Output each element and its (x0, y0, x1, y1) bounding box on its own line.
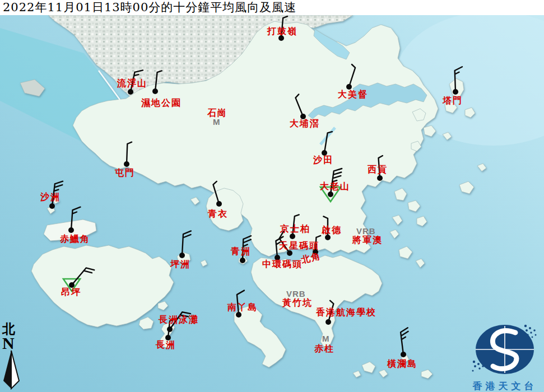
north-label-n: N (2, 335, 21, 351)
wind-barb-icon (328, 301, 333, 322)
station-dot (240, 258, 245, 263)
wind-barb-icon (170, 312, 190, 329)
wind-barb-icon (131, 70, 143, 92)
wind-barb-icon (292, 214, 299, 236)
station-dot (278, 35, 284, 41)
north-arrow: 北 N (2, 322, 21, 390)
station-marker-tates-cairn (320, 169, 342, 202)
station-marker-tuen-mun (124, 142, 132, 167)
wind-barb-icon (72, 268, 94, 285)
station-marker-central-pier (275, 237, 283, 260)
wind-barb-icon (379, 156, 383, 178)
station-dot (300, 114, 306, 119)
station-dot (236, 312, 241, 318)
station-dot (453, 89, 458, 95)
station-dot (322, 150, 327, 156)
station-marker-sha-tin (322, 132, 332, 156)
north-label-chinese: 北 (2, 322, 21, 335)
station-marker-lamma-island (236, 291, 244, 318)
station-marker-tap-mun (453, 67, 462, 95)
wind-barb-icon (349, 64, 355, 87)
wind-barb-icon (324, 132, 332, 153)
station-dot (325, 235, 331, 240)
station-dot (377, 175, 383, 181)
wind-barb-icon (182, 231, 191, 255)
station-dot (313, 249, 318, 255)
station-marker-north-point (313, 236, 320, 255)
station-dot (152, 88, 158, 94)
wind-barb-icon (213, 181, 220, 204)
wind-barb-icon (455, 67, 462, 92)
station-marker-sai-kung (377, 156, 383, 181)
wind-barb-icon (237, 291, 244, 315)
station-marker-kings-park (290, 214, 299, 239)
station-marker-green-island (240, 236, 251, 263)
wind-barb-icon (331, 169, 342, 194)
station-dot (49, 203, 55, 209)
hko-logo-chinese: 香港天文台 (463, 380, 544, 392)
map-title: 2022年11月01日13時00分的十分鐘平均風向及風速 (0, 0, 544, 15)
station-marker-kai-tak (323, 216, 331, 240)
station-marker-ngong-ping (63, 268, 94, 291)
station-marker-ta-kwu-ling (278, 16, 287, 41)
station-marker-chek-lap-kok (68, 207, 81, 233)
station-dot (275, 255, 280, 260)
station-dot (290, 234, 295, 239)
station-marker-lau-fau-shan (128, 70, 143, 95)
station-dot (128, 89, 133, 95)
north-arrow-icon (2, 349, 21, 390)
wind-barb-icon (155, 71, 162, 91)
wind-barb-icon (52, 181, 63, 206)
station-dot (328, 192, 333, 197)
wind-barb-icon (296, 94, 304, 116)
wind-barb-icon (401, 328, 408, 354)
station-dot (401, 352, 406, 357)
station-marker-peng-chau (179, 231, 191, 258)
wind-barb-icon (323, 216, 328, 237)
wind-map-page: { "title": "2022年11月01日13時00分的十分鐘平均風向及風速… (0, 0, 544, 392)
station-dot (179, 253, 185, 258)
station-marker-sha-chau (49, 181, 63, 209)
station-dot (69, 282, 75, 288)
station-dot (287, 250, 292, 256)
wind-barb-icon (243, 236, 251, 260)
station-marker-wetland-park (152, 71, 162, 94)
station-dot (124, 161, 129, 167)
wind-barb-icon (71, 207, 81, 230)
wind-barb-icon (281, 16, 287, 38)
station-marker-cheung-chau-beach (167, 312, 190, 332)
station-marker-waglan-island (401, 328, 408, 357)
wind-barb-icon (127, 142, 132, 164)
station-marker-tsing-yi (213, 181, 222, 207)
hko-logo-icon (467, 320, 542, 379)
station-dot (216, 201, 222, 207)
hko-logo: 香港天文台 HONG KONG OBSERVATORY (463, 320, 544, 392)
station-dot (326, 319, 331, 325)
station-dot (68, 227, 74, 233)
station-marker-tai-po-kau (296, 94, 306, 119)
station-marker-tai-mei-tuk (346, 64, 355, 90)
station-dot (346, 84, 352, 90)
station-dot (165, 335, 171, 340)
station-marker-hk-sea-school (326, 301, 333, 325)
